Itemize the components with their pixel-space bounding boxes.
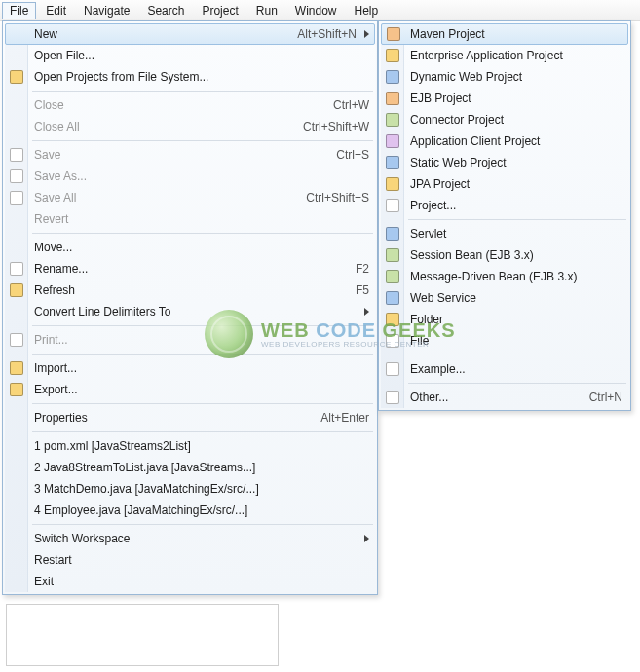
export-icon [9, 382, 24, 397]
file-rename-accel: F2 [336, 262, 369, 276]
mdb-icon [385, 269, 400, 284]
new-enterprise-app-project[interactable]: Enterprise Application Project [381, 45, 628, 66]
new-file[interactable]: File [381, 330, 628, 352]
new-submenu: Maven Project Enterprise Application Pro… [378, 20, 631, 411]
file-close-all-label: Close All [34, 120, 283, 133]
new-maven-project[interactable]: Maven Project [381, 23, 628, 45]
new-folder[interactable]: Folder [381, 309, 628, 330]
file-open-projects[interactable]: Open Projects from File System... [5, 66, 375, 88]
new-file-label: File [410, 334, 622, 348]
new-servlet-label: Servlet [410, 227, 622, 241]
dynamic-web-icon [385, 69, 400, 85]
ear-icon [385, 48, 400, 63]
recent-label: 1 pom.xml [JavaStreams2List] [34, 439, 369, 453]
new-conn-label: Connector Project [410, 113, 622, 127]
new-project-label: Project... [410, 199, 622, 212]
save-all-icon [9, 190, 24, 205]
file-close-all[interactable]: Close All Ctrl+Shift+W [5, 116, 375, 137]
new-app-client-project[interactable]: Application Client Project [381, 131, 628, 152]
file-recent-1[interactable]: 1 pom.xml [JavaStreams2List] [5, 435, 375, 457]
file-save-as-label: Save As... [34, 169, 369, 183]
maven-icon [386, 26, 401, 42]
recent-label: 4 Employee.java [JavaMatchingEx/src/...] [34, 504, 369, 517]
new-jpa-project[interactable]: JPA Project [381, 173, 628, 195]
file-save-all[interactable]: Save All Ctrl+Shift+S [5, 187, 375, 208]
project-icon [385, 198, 400, 213]
new-dynamic-web-project[interactable]: Dynamic Web Project [381, 66, 628, 88]
file-rename-label: Rename... [34, 262, 336, 276]
save-icon [9, 147, 24, 163]
file-print-label: Print... [34, 333, 369, 347]
file-recent-2[interactable]: 2 Java8StreamToList.java [JavaStreams...… [5, 457, 375, 478]
connector-icon [385, 112, 400, 128]
menu-navigate[interactable]: Navigate [76, 2, 137, 19]
menu-run[interactable]: Run [248, 2, 285, 19]
file-new-label: New [34, 27, 278, 41]
file-convert[interactable]: Convert Line Delimiters To [5, 301, 375, 322]
file-new-accel: Alt+Shift+N [278, 27, 357, 41]
file-import-label: Import... [34, 361, 369, 375]
new-mdb-label: Message-Driven Bean (EJB 3.x) [410, 270, 622, 283]
new-eap-label: Enterprise Application Project [410, 49, 622, 62]
file-close[interactable]: Close Ctrl+W [5, 94, 375, 116]
file-exit[interactable]: Exit [5, 571, 375, 592]
file-recent-4[interactable]: 4 Employee.java [JavaMatchingEx/src/...] [5, 500, 375, 521]
menu-project[interactable]: Project [194, 2, 245, 19]
save-as-icon [9, 168, 24, 184]
file-export[interactable]: Export... [5, 379, 375, 400]
new-other[interactable]: Other... Ctrl+N [381, 387, 628, 408]
file-revert[interactable]: Revert [5, 208, 375, 230]
new-project[interactable]: Project... [381, 195, 628, 216]
file-open-file-label: Open File... [34, 49, 369, 62]
jpa-icon [385, 176, 400, 192]
print-icon [9, 332, 24, 348]
file-recent-3[interactable]: 3 MatchDemo.java [JavaMatchingEx/src/...… [5, 478, 375, 500]
servlet-icon [385, 226, 400, 242]
submenu-arrow-icon [364, 308, 369, 316]
ejb-icon [385, 91, 400, 106]
new-session-bean[interactable]: Session Bean (EJB 3.x) [381, 244, 628, 266]
rename-icon [9, 261, 24, 277]
file-save-all-accel: Ctrl+Shift+S [286, 191, 369, 205]
file-restart[interactable]: Restart [5, 549, 375, 571]
file-move[interactable]: Move... [5, 237, 375, 258]
import-icon [9, 360, 24, 376]
new-session-label: Session Bean (EJB 3.x) [410, 248, 622, 262]
new-example-label: Example... [410, 362, 622, 376]
file-save-label: Save [34, 148, 317, 162]
new-dwp-label: Dynamic Web Project [410, 70, 622, 84]
folder-icon [385, 312, 400, 327]
new-message-driven-bean[interactable]: Message-Driven Bean (EJB 3.x) [381, 266, 628, 287]
new-servlet[interactable]: Servlet [381, 223, 628, 244]
new-acp-label: Application Client Project [410, 134, 622, 148]
file-import[interactable]: Import... [5, 357, 375, 379]
new-web-service[interactable]: Web Service [381, 287, 628, 309]
file-save-as[interactable]: Save As... [5, 166, 375, 187]
file-print[interactable]: Print... [5, 329, 375, 351]
submenu-arrow-icon [364, 535, 369, 542]
menu-search[interactable]: Search [139, 2, 192, 19]
new-other-label: Other... [410, 391, 570, 404]
menu-edit[interactable]: Edit [38, 2, 74, 19]
file-save[interactable]: Save Ctrl+S [5, 144, 375, 166]
file-rename[interactable]: Rename... F2 [5, 258, 375, 280]
editor-panel [6, 604, 279, 666]
static-web-icon [385, 155, 400, 170]
submenu-arrow-icon [364, 30, 369, 38]
file-properties[interactable]: Properties Alt+Enter [5, 407, 375, 429]
menu-file[interactable]: File [2, 2, 36, 19]
menu-window[interactable]: Window [287, 2, 345, 19]
file-properties-label: Properties [34, 411, 301, 425]
new-example[interactable]: Example... [381, 358, 628, 380]
file-new[interactable]: New Alt+Shift+N [5, 23, 375, 45]
menu-help[interactable]: Help [347, 2, 387, 19]
file-switch-workspace[interactable]: Switch Workspace [5, 528, 375, 549]
new-connector-project[interactable]: Connector Project [381, 109, 628, 131]
new-ejb-project[interactable]: EJB Project [381, 88, 628, 109]
file-open-file[interactable]: Open File... [5, 45, 375, 66]
new-other-accel: Ctrl+N [570, 391, 622, 404]
file-switch-ws-label: Switch Workspace [34, 532, 357, 545]
new-static-web-project[interactable]: Static Web Project [381, 152, 628, 173]
file-refresh[interactable]: Refresh F5 [5, 280, 375, 301]
file-close-all-accel: Ctrl+Shift+W [283, 120, 369, 133]
